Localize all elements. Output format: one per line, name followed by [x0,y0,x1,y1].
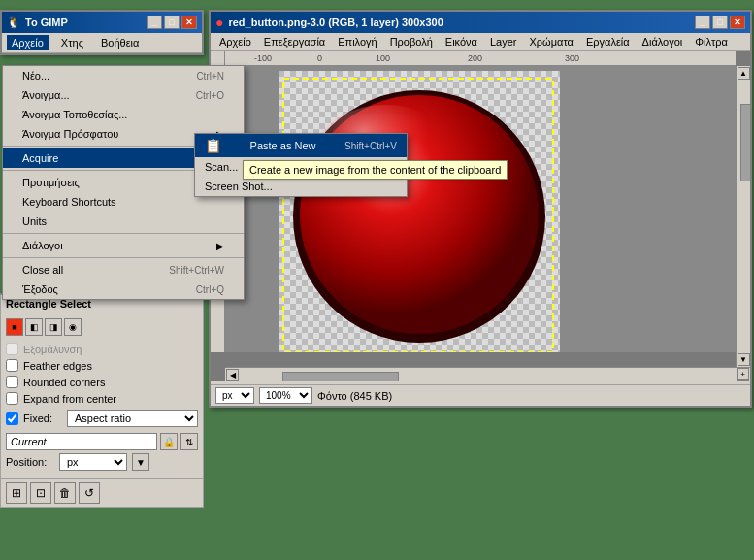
img-menu-view[interactable]: Προβολή [386,35,437,49]
dialogs-arrow: ▶ [216,241,224,251]
panel-content: ■ ◧ ◨ ◉ Εξομάλυνση Feather edges Rounded… [1,313,203,478]
paste-shortcut: Shift+Ctrl+V [344,141,397,151]
status-text: Φόντο (845 KB) [317,390,392,402]
smooth-checkbox[interactable] [6,343,18,355]
fixed-checkbox[interactable] [6,412,18,425]
menu-open[interactable]: Άνοιγμα... Ctrl+O [3,85,244,105]
image-status-bar: px 100% Φόντο (845 KB) [211,384,750,406]
close-button[interactable]: ✕ [181,16,197,29]
smooth-row: Εξομάλυνση [6,341,198,357]
tool-btn-1[interactable]: ⊞ [6,482,27,504]
expand-label: Expand from center [23,393,116,405]
image-menubar: Αρχείο Επεξεργασία Επιλογή Προβολή Εικόν… [211,33,750,51]
current-input[interactable] [6,433,157,450]
rounded-checkbox[interactable] [6,376,18,388]
maximize-button[interactable]: □ [164,16,180,29]
fixed-select[interactable]: Aspect ratio [67,410,198,427]
status-row: ■ ◧ ◨ ◉ [6,318,198,336]
menu-close-all-label: Close all [22,264,63,276]
rect-select-panel: Rectangle Select ■ ◧ ◨ ◉ Εξομάλυνση Feat… [0,293,204,508]
scroll-thumb-v [740,104,751,181]
scroll-track-h[interactable] [242,370,734,380]
exit-shortcut: Ctrl+Q [196,284,224,295]
unit-select[interactable]: px [215,387,254,404]
status-btn-2[interactable]: ◧ [25,318,43,336]
img-menu-tools[interactable]: Εργαλεία [582,35,634,49]
ruler-mark-100: 100 [376,53,390,63]
image-minimize-btn[interactable]: _ [695,16,710,29]
feather-row: Feather edges [6,357,198,374]
zoom-select[interactable]: 100% [259,387,312,404]
current-input-row: 🔒 ⇅ [6,433,198,450]
menu-preferences-label: Προτιμήσεις [22,177,80,188]
canvas-viewport[interactable] [225,66,736,352]
menu-exit[interactable]: Έξοδος Ctrl+Q [3,280,244,299]
image-close-btn[interactable]: ✕ [730,16,745,29]
position-row: Position: px ▼ [6,453,198,471]
img-menu-dialogs[interactable]: Διάλογοι [639,35,687,49]
tool-btn-3[interactable]: 🗑 [54,482,76,504]
minimize-button[interactable]: _ [147,16,162,29]
menu-units[interactable]: Units [3,212,244,231]
position-expand-btn[interactable]: ▼ [132,453,149,471]
nav-corner-btn[interactable]: + [737,368,749,380]
input-btn-1[interactable]: 🔒 [160,433,178,450]
scroll-track-v[interactable] [738,82,749,350]
img-menu-file[interactable]: Αρχείο [215,35,255,49]
scan-label: Scan... [205,161,238,173]
image-maximize-btn[interactable]: □ [712,16,728,29]
menu-new[interactable]: Νέο... Ctrl+N [3,66,244,85]
separator-4 [3,257,244,258]
menu-help2[interactable]: Βοήθεια [96,35,144,50]
image-window-title: red_button.png-3.0 (RGB, 1 layer) 300x30… [228,16,443,28]
img-menu-filters[interactable]: Φίλτρα [691,35,732,49]
image-window-controls: _ □ ✕ [695,16,745,29]
toolbox-menubar: Αρχείο Χτης Βοήθεια [2,33,202,53]
img-menu-image[interactable]: Εικόνα [442,35,481,49]
status-btn-3[interactable]: ◨ [45,318,62,336]
tool-btn-2[interactable]: ⊡ [30,482,51,504]
feather-label: Feather edges [23,360,92,372]
status-btn-1[interactable]: ■ [6,318,23,336]
gimp-icon: 🐧 [7,16,20,29]
menu-help1[interactable]: Χτης [56,35,88,50]
scroll-thumb-h [282,372,399,382]
menu-open-shortcut: Ctrl+O [196,90,224,101]
expand-row: Expand from center [6,390,198,407]
ruler-mark-200: 200 [468,53,482,63]
scroll-left-arrow[interactable]: ◀ [226,369,239,381]
img-menu-layer[interactable]: Layer [486,35,521,49]
toolbox-window: 🐧 To GIMP _ □ ✕ Αρχείο Χτης Βοήθεια Νέο.… [0,10,204,55]
close-all-shortcut: Shift+Ctrl+W [169,265,224,276]
tool-btn-4[interactable]: ↺ [79,482,100,504]
screenshot-item[interactable]: Screen Shot... [195,177,407,196]
menu-new-label: Νέο... [22,70,49,82]
scroll-up-arrow[interactable]: ▲ [738,67,750,80]
scroll-bar-right: ▲ ▼ [736,66,750,367]
menu-open-location-label: Άνοιγμα Τοποθεσίας... [22,109,127,120]
paste-as-new-item[interactable]: 📋 Paste as New Shift+Ctrl+V [195,134,407,157]
img-menu-select[interactable]: Επιλογή [334,35,380,49]
ruler-mark-0: 0 [317,53,322,63]
toolbox-title: To GIMP [25,16,68,28]
menu-dialogs[interactable]: Διάλογοι ▶ [3,236,244,255]
img-menu-colors[interactable]: Χρώματα [526,35,577,49]
scroll-down-arrow[interactable]: ▼ [738,353,750,366]
paste-as-new-label: Paste as New [250,140,316,151]
position-unit-select[interactable]: px [59,453,127,471]
menu-file[interactable]: Αρχείο [7,35,49,50]
status-btn-4[interactable]: ◉ [64,318,82,336]
input-btn-2[interactable]: ⇅ [180,433,198,450]
separator-3 [3,233,244,234]
img-menu-edit[interactable]: Επεξεργασία [260,35,329,49]
menu-close-all[interactable]: Close all Shift+Ctrl+W [3,260,244,280]
canvas-area: -100 0 100 200 300 100 0 100 200 [211,51,750,381]
feather-checkbox[interactable] [6,359,18,372]
menu-acquire-label: Acquire [22,152,58,164]
paste-icon: 📋 [205,138,221,153]
menu-open-recent-label: Άνοιγμα Πρόσφατου [22,128,118,140]
image-titlebar: ● red_button.png-3.0 (RGB, 1 layer) 300x… [211,12,750,33]
bottom-toolbar: ⊞ ⊡ 🗑 ↺ [1,478,203,507]
menu-open-location[interactable]: Άνοιγμα Τοποθεσίας... [3,105,244,124]
expand-checkbox[interactable] [6,392,18,405]
